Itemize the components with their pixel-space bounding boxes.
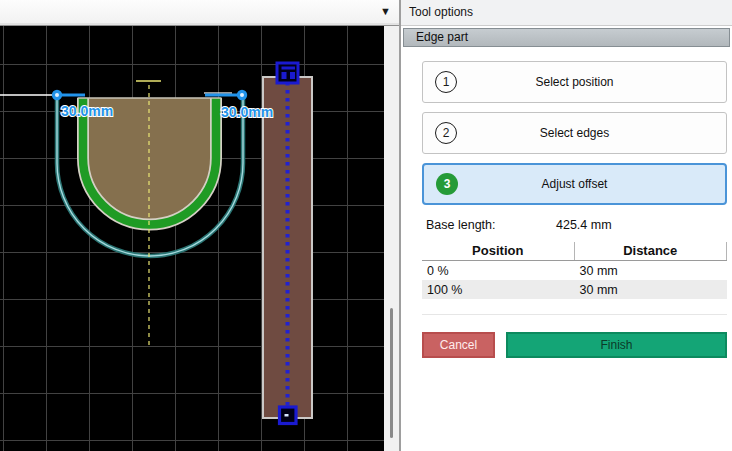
grid-lines bbox=[0, 26, 384, 451]
table-empty-row bbox=[422, 299, 727, 315]
step-number-badge: 2 bbox=[435, 122, 457, 144]
offset-value-label-left[interactable]: 30.0mm bbox=[61, 103, 113, 119]
step-adjust-offset[interactable]: 3 Adjust offset bbox=[422, 163, 727, 205]
path-end-marker[interactable] bbox=[280, 407, 297, 424]
tool-options-panel: Tool options Edge part 1 Select position… bbox=[399, 0, 732, 451]
layer-dropdown[interactable]: ▼ bbox=[0, 0, 399, 26]
step-label: Select edges bbox=[540, 126, 609, 140]
offset-table-header: Position Distance bbox=[422, 242, 727, 261]
canvas-row: 30.0mm 30.0mm bbox=[0, 26, 399, 451]
viewport-column: ▼ bbox=[0, 0, 399, 451]
step-number-badge: 3 bbox=[436, 173, 458, 195]
table-row[interactable]: 100 % 30 mm bbox=[422, 280, 727, 299]
panel-title: Tool options bbox=[401, 0, 732, 26]
offset-value-label-right[interactable]: 30.0mm bbox=[221, 104, 273, 120]
column-header-position: Position bbox=[422, 242, 575, 260]
scrollbar-thumb[interactable] bbox=[390, 308, 393, 438]
position-value: 100 % bbox=[422, 283, 575, 297]
action-buttons: Cancel Finish bbox=[422, 332, 727, 358]
step-select-edges[interactable]: 2 Select edges bbox=[422, 112, 727, 154]
drawing-canvas[interactable]: 30.0mm 30.0mm bbox=[0, 26, 384, 451]
cancel-button[interactable]: Cancel bbox=[422, 332, 495, 358]
chevron-down-icon: ▼ bbox=[380, 5, 391, 17]
application-window: ▼ bbox=[0, 0, 732, 451]
column-header-distance: Distance bbox=[575, 242, 728, 260]
base-length-row: Base length: 425.4 mm bbox=[426, 218, 727, 232]
canvas-vertical-scrollbar[interactable] bbox=[384, 26, 399, 451]
finish-button[interactable]: Finish bbox=[506, 332, 727, 358]
distance-value[interactable]: 30 mm bbox=[575, 264, 728, 278]
strip-part[interactable] bbox=[263, 77, 312, 418]
table-row[interactable]: 0 % 30 mm bbox=[422, 261, 727, 280]
step-label: Adjust offset bbox=[542, 177, 608, 191]
section-header-edge-part: Edge part bbox=[403, 28, 730, 47]
offset-table: Position Distance 0 % 30 mm 100 % 30 mm bbox=[422, 242, 727, 315]
base-length-label: Base length: bbox=[426, 218, 556, 232]
step-label: Select position bbox=[535, 75, 613, 89]
step-number-badge: 1 bbox=[435, 71, 457, 93]
distance-value[interactable]: 30 mm bbox=[575, 283, 728, 297]
position-value: 0 % bbox=[422, 264, 575, 278]
step-select-position[interactable]: 1 Select position bbox=[422, 61, 727, 103]
panel-content: 1 Select position 2 Select edges 3 Adjus… bbox=[401, 47, 732, 358]
path-start-marker[interactable] bbox=[277, 63, 298, 83]
base-length-value: 425.4 mm bbox=[556, 218, 612, 232]
